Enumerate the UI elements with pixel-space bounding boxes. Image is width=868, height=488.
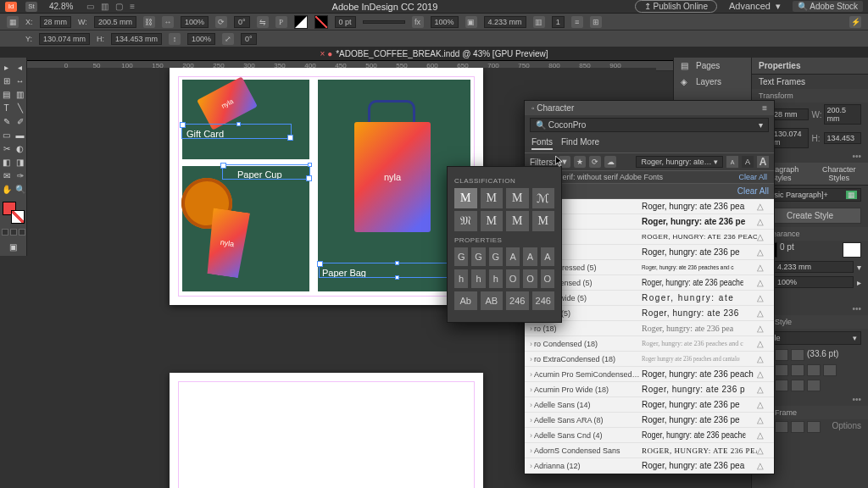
li-3[interactable]	[791, 380, 804, 391]
gradient-swatch-tool[interactable]: ◧	[1, 156, 13, 168]
filter-favorite-icon[interactable]: ★	[574, 156, 586, 168]
font-family-field[interactable]: 🔍 CoconPro▾	[530, 118, 769, 132]
fill-white[interactable]	[843, 242, 861, 258]
filter-recent-icon[interactable]: ⟳	[589, 156, 601, 168]
size-med[interactable]: A	[742, 156, 754, 168]
size-large[interactable]: A	[757, 156, 769, 168]
scale-icon[interactable]: ↔	[162, 16, 174, 28]
prop-cell[interactable]: h	[454, 269, 468, 288]
scissors-tool[interactable]: ✂	[1, 142, 13, 154]
constrain-icon[interactable]: ⛓	[143, 16, 155, 28]
fontsize-field[interactable]: (33.6 pt)	[807, 349, 838, 361]
font-row[interactable]: ›Adelle Sans ARA (8)Roger, hungry: ate 2…	[525, 413, 774, 428]
clear-all-link-2[interactable]: Clear All	[737, 186, 769, 196]
prop-cell[interactable]: h	[471, 269, 485, 288]
font-row[interactable]: ›Acumin Pro Wide (18)Roger, hungry: ate …	[525, 382, 774, 397]
selection-tool[interactable]: ▸	[1, 61, 13, 73]
w-field[interactable]: 200.5 mm	[94, 16, 136, 28]
content-collector[interactable]: ▤	[1, 88, 13, 100]
font-row[interactable]: ›ro (18)Roger, hungry: ate 236 pea△	[525, 321, 774, 336]
tab-findmore[interactable]: Find More	[561, 137, 599, 150]
prop-cell[interactable]: A	[506, 247, 520, 266]
font-row[interactable]: ›Adelle Sans Cnd (4)Roger, hungry: ate 2…	[525, 428, 774, 443]
just-3[interactable]	[791, 364, 804, 376]
zoom-level[interactable]: 42.8%	[49, 2, 73, 11]
tf-4[interactable]	[807, 421, 821, 433]
font-row[interactable]: ›ic Compressed (5)Roger, hungry: ate 236…	[525, 260, 774, 275]
x-field[interactable]: 28 mm	[40, 16, 72, 28]
just-2[interactable]	[775, 364, 788, 376]
stroke-swatch[interactable]	[314, 15, 328, 29]
fill-stroke-swatches[interactable]	[3, 202, 25, 224]
font-list[interactable]: ›t (16)Roger, hungry: ate 236 pea△›Pro (…	[525, 199, 774, 474]
font-row[interactable]: ›AdornS Condensed SansROGER, HUNGRY: ATE…	[525, 443, 774, 458]
prop-cell[interactable]: AB	[481, 291, 504, 310]
pencil-tool[interactable]: ✐	[14, 115, 26, 127]
direct-selection-tool[interactable]: ◂	[14, 61, 26, 73]
font-row[interactable]: ›Pro (14)Roger, hungry: ate 236 pe△	[525, 214, 774, 230]
hand-tool[interactable]: ✋	[1, 183, 13, 195]
pen-tool[interactable]: ✎	[1, 115, 13, 127]
opacity-field2[interactable]: 100%	[774, 276, 854, 288]
fx-icon[interactable]: fx	[412, 16, 424, 28]
selection-2[interactable]	[222, 164, 310, 180]
gap-tool[interactable]: ↔	[14, 75, 26, 86]
screen-icon[interactable]: ▢	[115, 2, 123, 11]
zoom-tool[interactable]: 🔍	[14, 183, 26, 195]
font-row[interactable]: ›ic Wide (5)Roger, hungry: ate 236△	[525, 306, 774, 321]
prop-cell[interactable]: G	[454, 247, 468, 266]
free-transform-tool[interactable]: ◐	[14, 142, 26, 154]
prop-cell[interactable]: O	[523, 269, 537, 288]
font-row[interactable]: ›(4)ROGER, HUNGRY: ATE 236 PEACHES AND C…	[525, 230, 774, 245]
workspace-switcher[interactable]: Advanced ▾	[729, 1, 781, 12]
class-cell[interactable]: M	[506, 211, 529, 231]
h-field[interactable]: 134.453 mm	[111, 33, 162, 45]
character-panel-title[interactable]: Character	[537, 103, 574, 113]
font-row[interactable]: ›t (16)Roger, hungry: ate 236 pea△	[525, 199, 774, 214]
ref-point-icon[interactable]: ▦	[7, 16, 19, 28]
type-tool[interactable]: T	[1, 102, 13, 114]
tab-cstyles[interactable]: Character Styles	[810, 163, 869, 186]
cols-icon[interactable]: ▥	[533, 16, 545, 28]
bridge-icon[interactable]: St	[25, 2, 37, 12]
page-tool[interactable]: ⊞	[1, 75, 13, 86]
class-cell[interactable]: M	[481, 188, 504, 208]
font-row[interactable]: ›ic Condensed (5)Roger, hungry: ate 236 …	[525, 275, 774, 291]
font-row[interactable]: ›Acumin Pro SemiCondensed (18)Roger, hun…	[525, 367, 774, 382]
panel-pages[interactable]: ▤Pages	[674, 58, 751, 74]
class-cell[interactable]: 𝔐	[454, 211, 477, 231]
align-icon[interactable]: ≡	[571, 16, 583, 28]
li-2[interactable]	[775, 380, 788, 391]
prop-cell[interactable]: O	[541, 269, 554, 288]
li-4[interactable]	[807, 380, 821, 391]
prop-cell[interactable]: G	[489, 247, 503, 266]
rotate-icon[interactable]: ⟳	[215, 16, 227, 28]
strokew[interactable]: 0 pt	[780, 242, 840, 258]
tab-fonts[interactable]: Fonts	[531, 137, 553, 150]
arrange-icon[interactable]: ▥	[101, 2, 108, 11]
prop-h[interactable]: 134.453	[824, 132, 862, 144]
prop-cell[interactable]: 246	[506, 291, 529, 310]
just-4[interactable]	[807, 364, 821, 376]
wrap-icon[interactable]: ▣	[465, 16, 477, 28]
prop-cell[interactable]: h	[489, 269, 503, 288]
para-icon[interactable]: P	[275, 16, 287, 28]
prop-w[interactable]: 200.5 mm	[824, 104, 862, 125]
corner-field[interactable]: 4.233 mm	[774, 261, 854, 273]
panel-menu-icon[interactable]: ≡	[762, 103, 767, 113]
view-mode[interactable]: ▣	[8, 241, 19, 252]
tf-3[interactable]	[791, 421, 804, 433]
kern-field[interactable]: 4.233 mm	[484, 16, 526, 28]
rectangle-tool[interactable]: ▬	[14, 129, 26, 141]
tf-2[interactable]	[775, 421, 788, 433]
font-row[interactable]: ›Adelle Sans (14)Roger, hungry: ate 236 …	[525, 397, 774, 413]
prop-cell[interactable]: Ab	[454, 291, 477, 310]
font-row[interactable]: ›Adrianna (12)Roger, hungry: ate 236 pea…	[525, 458, 774, 474]
options-link[interactable]: Options	[823, 421, 861, 433]
content-placer[interactable]: ▥	[14, 88, 26, 100]
align-r[interactable]	[791, 349, 804, 361]
prop-y[interactable]: 130.074 m	[771, 128, 809, 148]
prop-cell[interactable]: A	[523, 247, 537, 266]
size-small[interactable]: A	[726, 156, 738, 168]
rotate-field[interactable]: 0°	[234, 16, 250, 28]
